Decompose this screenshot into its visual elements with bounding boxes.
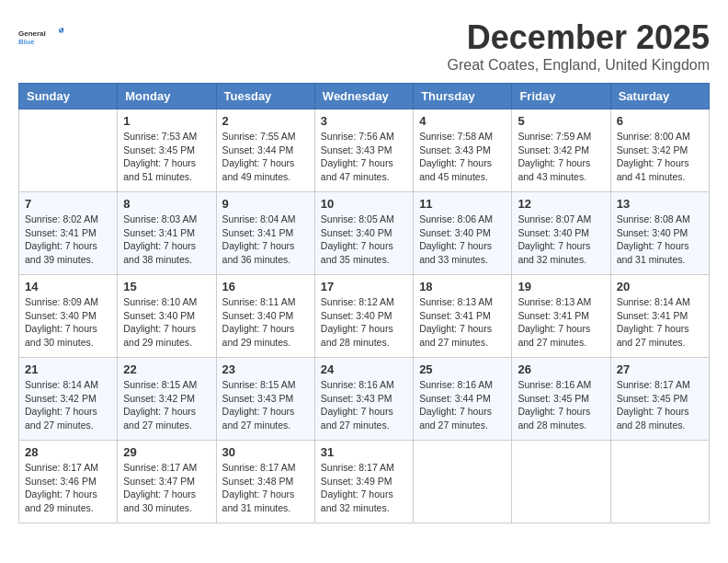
calendar-cell-4-2: 30Sunrise: 8:17 AM Sunset: 3:48 PM Dayli…: [216, 441, 314, 523]
calendar-cell-3-4: 25Sunrise: 8:16 AM Sunset: 3:44 PM Dayli…: [414, 358, 512, 441]
calendar-cell-3-3: 24Sunrise: 8:16 AM Sunset: 3:43 PM Dayli…: [314, 358, 413, 441]
day-number: 15: [123, 280, 210, 293]
day-number: 13: [617, 197, 703, 211]
day-number: 21: [25, 362, 111, 376]
day-number: 4: [419, 114, 506, 128]
day-number: 16: [222, 280, 309, 293]
day-number: 7: [25, 197, 111, 211]
calendar-cell-0-0: [19, 109, 118, 192]
day-number: 11: [419, 197, 506, 211]
day-info: Sunrise: 8:17 AM Sunset: 3:49 PM Dayligh…: [321, 461, 407, 515]
calendar-cell-4-0: 28Sunrise: 8:17 AM Sunset: 3:46 PM Dayli…: [19, 441, 118, 523]
calendar-title: December 2025: [448, 18, 711, 57]
day-number: 17: [321, 280, 407, 293]
calendar-cell-3-0: 21Sunrise: 8:14 AM Sunset: 3:42 PM Dayli…: [19, 358, 118, 441]
day-info: Sunrise: 8:13 AM Sunset: 3:41 PM Dayligh…: [419, 295, 506, 350]
calendar-cell-1-2: 9Sunrise: 8:04 AM Sunset: 3:41 PM Daylig…: [216, 192, 314, 275]
day-info: Sunrise: 8:02 AM Sunset: 3:41 PM Dayligh…: [25, 213, 111, 267]
week-row-2: 7Sunrise: 8:02 AM Sunset: 3:41 PM Daylig…: [19, 192, 710, 275]
calendar-cell-0-5: 5Sunrise: 7:59 AM Sunset: 3:42 PM Daylig…: [512, 109, 610, 192]
header-tuesday: Tuesday: [216, 84, 314, 109]
calendar-cell-4-3: 31Sunrise: 8:17 AM Sunset: 3:49 PM Dayli…: [314, 441, 413, 523]
calendar-cell-2-5: 19Sunrise: 8:13 AM Sunset: 3:41 PM Dayli…: [512, 275, 610, 358]
week-row-1: 1Sunrise: 7:53 AM Sunset: 3:45 PM Daylig…: [19, 109, 710, 192]
day-info: Sunrise: 8:17 AM Sunset: 3:47 PM Dayligh…: [123, 461, 210, 515]
calendar-cell-2-4: 18Sunrise: 8:13 AM Sunset: 3:41 PM Dayli…: [414, 275, 512, 358]
logo: General Blue: [18, 18, 64, 55]
day-number: 28: [25, 445, 111, 459]
day-number: 6: [617, 114, 703, 128]
calendar-cell-2-6: 20Sunrise: 8:14 AM Sunset: 3:41 PM Dayli…: [610, 275, 709, 358]
day-number: 12: [518, 197, 604, 211]
calendar-cell-4-5: [512, 441, 610, 523]
day-number: 5: [518, 114, 604, 128]
day-number: 22: [123, 362, 210, 376]
title-section: December 2025 Great Coates, England, Uni…: [448, 18, 711, 74]
calendar-cell-2-1: 15Sunrise: 8:10 AM Sunset: 3:40 PM Dayli…: [118, 275, 216, 358]
day-info: Sunrise: 8:13 AM Sunset: 3:41 PM Dayligh…: [518, 295, 604, 350]
day-number: 29: [123, 445, 210, 459]
day-info: Sunrise: 8:17 AM Sunset: 3:45 PM Dayligh…: [617, 378, 703, 432]
day-number: 24: [321, 362, 407, 376]
day-number: 3: [321, 114, 407, 128]
weekday-header-row: Sunday Monday Tuesday Wednesday Thursday…: [19, 84, 710, 109]
header-wednesday: Wednesday: [314, 84, 413, 109]
calendar-cell-2-0: 14Sunrise: 8:09 AM Sunset: 3:40 PM Dayli…: [19, 275, 118, 358]
calendar-cell-0-3: 3Sunrise: 7:56 AM Sunset: 3:43 PM Daylig…: [314, 109, 413, 192]
day-info: Sunrise: 8:11 AM Sunset: 3:40 PM Dayligh…: [222, 295, 309, 350]
calendar-cell-1-3: 10Sunrise: 8:05 AM Sunset: 3:40 PM Dayli…: [314, 192, 413, 275]
calendar-cell-4-1: 29Sunrise: 8:17 AM Sunset: 3:47 PM Dayli…: [118, 441, 216, 523]
header-sunday: Sunday: [19, 84, 118, 109]
calendar-cell-0-2: 2Sunrise: 7:55 AM Sunset: 3:44 PM Daylig…: [216, 109, 314, 192]
week-row-4: 21Sunrise: 8:14 AM Sunset: 3:42 PM Dayli…: [19, 358, 710, 441]
svg-text:General: General: [18, 29, 46, 38]
calendar-cell-4-6: [610, 441, 709, 523]
day-info: Sunrise: 8:09 AM Sunset: 3:40 PM Dayligh…: [25, 295, 111, 350]
day-info: Sunrise: 8:14 AM Sunset: 3:42 PM Dayligh…: [25, 378, 111, 432]
header-monday: Monday: [118, 84, 216, 109]
calendar-cell-4-4: [414, 441, 512, 523]
day-number: 2: [222, 114, 309, 128]
day-number: 20: [617, 280, 703, 293]
day-info: Sunrise: 8:08 AM Sunset: 3:40 PM Dayligh…: [617, 213, 703, 267]
day-info: Sunrise: 7:55 AM Sunset: 3:44 PM Dayligh…: [222, 130, 309, 184]
calendar-subtitle: Great Coates, England, United Kingdom: [448, 57, 711, 74]
day-info: Sunrise: 8:05 AM Sunset: 3:40 PM Dayligh…: [321, 213, 407, 267]
svg-text:Blue: Blue: [18, 38, 35, 46]
day-info: Sunrise: 8:15 AM Sunset: 3:43 PM Dayligh…: [222, 378, 309, 432]
day-number: 19: [518, 280, 604, 293]
day-info: Sunrise: 7:53 AM Sunset: 3:45 PM Dayligh…: [123, 130, 210, 184]
calendar-cell-1-6: 13Sunrise: 8:08 AM Sunset: 3:40 PM Dayli…: [610, 192, 709, 275]
day-info: Sunrise: 7:56 AM Sunset: 3:43 PM Dayligh…: [321, 130, 407, 184]
day-number: 8: [123, 197, 210, 211]
header: General Blue December 2025 Great Coates,…: [18, 18, 710, 74]
calendar-cell-0-1: 1Sunrise: 7:53 AM Sunset: 3:45 PM Daylig…: [118, 109, 216, 192]
calendar-cell-3-1: 22Sunrise: 8:15 AM Sunset: 3:42 PM Dayli…: [118, 358, 216, 441]
day-number: 30: [222, 445, 309, 459]
calendar-cell-2-3: 17Sunrise: 8:12 AM Sunset: 3:40 PM Dayli…: [314, 275, 413, 358]
day-info: Sunrise: 8:12 AM Sunset: 3:40 PM Dayligh…: [321, 295, 407, 350]
header-saturday: Saturday: [610, 84, 709, 109]
calendar-cell-2-2: 16Sunrise: 8:11 AM Sunset: 3:40 PM Dayli…: [216, 275, 314, 358]
day-number: 18: [419, 280, 506, 293]
day-info: Sunrise: 8:00 AM Sunset: 3:42 PM Dayligh…: [617, 130, 703, 184]
calendar-cell-1-5: 12Sunrise: 8:07 AM Sunset: 3:40 PM Dayli…: [512, 192, 610, 275]
day-info: Sunrise: 8:07 AM Sunset: 3:40 PM Dayligh…: [518, 213, 604, 267]
day-number: 27: [617, 362, 703, 376]
day-info: Sunrise: 8:03 AM Sunset: 3:41 PM Dayligh…: [123, 213, 210, 267]
day-info: Sunrise: 8:14 AM Sunset: 3:41 PM Dayligh…: [617, 295, 703, 350]
calendar-cell-1-4: 11Sunrise: 8:06 AM Sunset: 3:40 PM Dayli…: [414, 192, 512, 275]
day-info: Sunrise: 8:17 AM Sunset: 3:48 PM Dayligh…: [222, 461, 309, 515]
day-info: Sunrise: 8:17 AM Sunset: 3:46 PM Dayligh…: [25, 461, 111, 515]
week-row-3: 14Sunrise: 8:09 AM Sunset: 3:40 PM Dayli…: [19, 275, 710, 358]
day-info: Sunrise: 8:16 AM Sunset: 3:45 PM Dayligh…: [518, 378, 604, 432]
page-container: General Blue December 2025 Great Coates,…: [18, 18, 710, 523]
day-number: 9: [222, 197, 309, 211]
header-thursday: Thursday: [414, 84, 512, 109]
day-info: Sunrise: 8:16 AM Sunset: 3:44 PM Dayligh…: [419, 378, 506, 432]
calendar-cell-0-6: 6Sunrise: 8:00 AM Sunset: 3:42 PM Daylig…: [610, 109, 709, 192]
day-number: 31: [321, 445, 407, 459]
day-info: Sunrise: 8:16 AM Sunset: 3:43 PM Dayligh…: [321, 378, 407, 432]
calendar-cell-3-5: 26Sunrise: 8:16 AM Sunset: 3:45 PM Dayli…: [512, 358, 610, 441]
calendar-cell-3-2: 23Sunrise: 8:15 AM Sunset: 3:43 PM Dayli…: [216, 358, 314, 441]
